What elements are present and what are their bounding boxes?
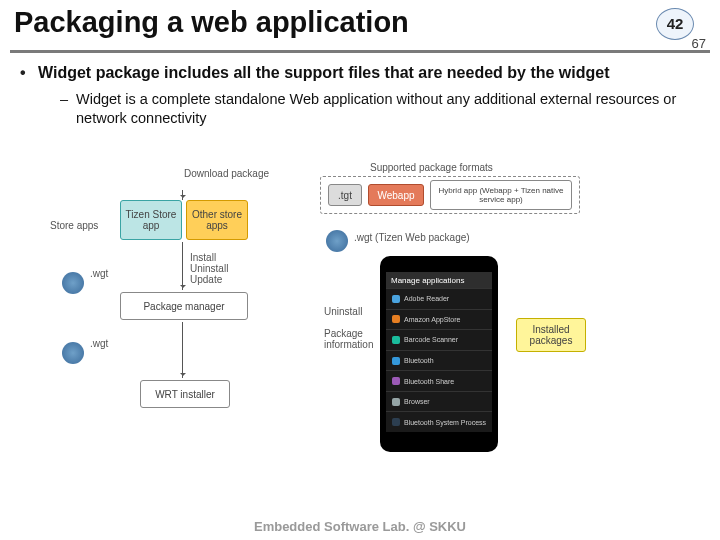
- gear-icon: [62, 272, 84, 294]
- arrow-icon: [182, 242, 183, 290]
- title-rule: [10, 50, 710, 53]
- phone-mockup: Manage applications Adobe Reader Amazon …: [380, 256, 498, 452]
- phone-row-label: Bluetooth System Process: [404, 419, 486, 426]
- wgt-label-1: .wgt: [90, 268, 108, 279]
- page-current: 42: [656, 8, 694, 40]
- other-store-box: Other store apps: [186, 200, 248, 240]
- wgt-label-2: .wgt: [90, 338, 108, 349]
- workflow-diagram: Store apps Tizen Store app Other store a…: [110, 160, 630, 460]
- app-icon: [392, 315, 400, 323]
- bullet-level2: Widget is a complete standalone Web appl…: [60, 90, 700, 129]
- footer-text: Embedded Software Lab. @ SKKU: [0, 519, 720, 534]
- page-total: 67: [692, 36, 706, 51]
- gear-icon: [326, 230, 348, 252]
- app-icon: [392, 418, 400, 426]
- page-title: Packaging a web application: [14, 6, 409, 39]
- phone-row: Bluetooth: [386, 350, 492, 371]
- webapp-box: Webapp: [368, 184, 424, 206]
- install-label: Install Uninstall Update: [190, 252, 228, 285]
- page-number: 42 67: [650, 6, 706, 54]
- phone-row: Barcode Scanner: [386, 329, 492, 350]
- phone-row-label: Browser: [404, 398, 430, 405]
- bullet1-text: Widget package includes all the support …: [38, 64, 610, 81]
- phone-row: Amazon AppStore: [386, 309, 492, 330]
- phone-row: Browser: [386, 391, 492, 412]
- arrow-icon: [182, 322, 183, 378]
- phone-row-label: Bluetooth: [404, 357, 434, 364]
- phone-row: Adobe Reader: [386, 288, 492, 309]
- phone-row-label: Amazon AppStore: [404, 316, 460, 323]
- store-apps-label: Store apps: [50, 220, 98, 231]
- uninstall-label: Uninstall: [324, 306, 362, 317]
- phone-row-label: Barcode Scanner: [404, 336, 458, 343]
- supported-formats-label: Supported package formats: [370, 162, 493, 173]
- sub1-text: Widget is a complete standalone Web appl…: [76, 91, 676, 127]
- download-label: Download package: [184, 168, 269, 179]
- bullet-level1: Widget package includes all the support …: [20, 62, 700, 129]
- app-icon: [392, 398, 400, 406]
- app-icon: [392, 357, 400, 365]
- app-icon: [392, 336, 400, 344]
- pkginfo-label: Package information: [324, 328, 373, 350]
- arrow-icon: [182, 190, 183, 200]
- hybrid-box: Hybrid app (Webapp + Tizen native servic…: [430, 180, 572, 210]
- app-icon: [392, 295, 400, 303]
- phone-row: Bluetooth Share: [386, 370, 492, 391]
- wgt-desc-label: .wgt (Tizen Web package): [354, 232, 470, 243]
- phone-header: Manage applications: [386, 272, 492, 288]
- tgt-box: .tgt: [328, 184, 362, 206]
- phone-row-label: Bluetooth Share: [404, 378, 454, 385]
- wrt-installer-box: WRT installer: [140, 380, 230, 408]
- phone-row-label: Adobe Reader: [404, 295, 449, 302]
- package-manager-box: Package manager: [120, 292, 248, 320]
- phone-row: Bluetooth System Process: [386, 411, 492, 432]
- tizen-store-box: Tizen Store app: [120, 200, 182, 240]
- gear-icon: [62, 342, 84, 364]
- installed-packages-box: Installed packages: [516, 318, 586, 352]
- app-icon: [392, 377, 400, 385]
